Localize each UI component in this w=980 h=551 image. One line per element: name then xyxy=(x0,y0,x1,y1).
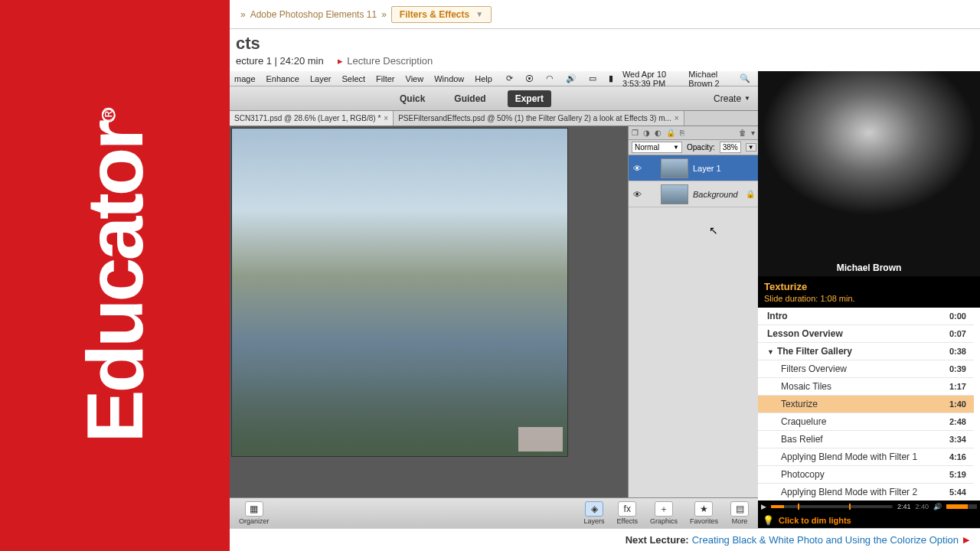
next-lecture-link[interactable]: Creating Black & White Photo and Using t… xyxy=(692,534,959,546)
layer-thumbnail xyxy=(661,158,688,178)
mode-guided[interactable]: Guided xyxy=(446,90,493,107)
menu-layer[interactable]: Layer xyxy=(310,74,332,83)
visibility-icon[interactable]: 👁 xyxy=(632,190,642,199)
panel-menu-icon[interactable]: ▾ xyxy=(751,129,755,137)
lecture-description-link[interactable]: ▸ Lecture Description xyxy=(338,55,433,67)
mac-status-icons: ⟳ ⦿ ◠ 🔊 ▭ ▮ Wed Apr 10 3:53:39 PM Michae… xyxy=(503,70,753,88)
chapter-row[interactable]: Photocopy5:19 xyxy=(758,466,974,484)
current-topic: Texturize xyxy=(758,276,980,294)
favorites-icon: ★ xyxy=(694,501,713,517)
chapter-row[interactable]: Applying Blend Mode with Filter 25:44 xyxy=(758,484,974,500)
collapse-icon[interactable]: ▼ xyxy=(767,348,774,356)
volume-icon: 🔊 xyxy=(566,73,577,83)
chapter-time: 1:17 xyxy=(949,382,966,391)
menu-select[interactable]: Select xyxy=(342,74,366,83)
layer-name: Background xyxy=(693,190,741,199)
chapter-time: 0:00 xyxy=(949,311,966,321)
document-tab[interactable]: SCN3171.psd @ 28.6% (Layer 1, RGB/8) * × xyxy=(230,111,394,126)
canvas-area[interactable] xyxy=(230,126,628,497)
sync-icon: ⟳ xyxy=(506,73,513,83)
menu-view[interactable]: View xyxy=(406,74,424,83)
mask-icon[interactable]: ◑ xyxy=(643,129,650,137)
close-icon[interactable]: × xyxy=(675,114,679,122)
blend-mode-dropdown[interactable]: Normal▼ xyxy=(632,142,682,153)
effects-icon: fx xyxy=(618,501,636,517)
organizer-icon: ▦ xyxy=(245,501,263,517)
next-arrow-icon[interactable]: ▶ xyxy=(963,535,969,545)
chapter-label: Lesson Overview xyxy=(767,328,843,339)
volume-bar[interactable] xyxy=(946,504,977,509)
layer-name[interactable]: Layer 1 xyxy=(693,164,755,173)
layer-list: 👁 Layer 1 👁 Background 🔒 xyxy=(629,155,758,497)
brand-logo: Educator® xyxy=(70,109,161,443)
opacity-stepper[interactable]: ▼ xyxy=(746,143,756,152)
dim-lights-row[interactable]: 💡 Click to dim lights xyxy=(758,513,980,528)
chapter-label: Intro xyxy=(767,311,788,321)
chapter-row[interactable]: Intro0:00 xyxy=(758,308,974,325)
wifi-icon: ⦿ xyxy=(525,74,534,83)
chapter-row[interactable]: Texturize1:40 xyxy=(758,396,974,413)
new-layer-icon[interactable]: ❐ xyxy=(632,129,639,137)
layer-row[interactable]: 👁 Layer 1 xyxy=(629,155,758,181)
chapter-label: Applying Blend Mode with Filter 1 xyxy=(781,452,917,462)
trash-icon[interactable]: 🗑 xyxy=(739,129,746,137)
video-player[interactable]: Michael Brown xyxy=(758,71,980,276)
link-icon[interactable]: ⎘ xyxy=(680,129,684,137)
menu-help[interactable]: Help xyxy=(475,74,492,83)
chapter-time: 3:34 xyxy=(949,435,966,444)
adjust-icon[interactable]: ◐ xyxy=(655,129,662,137)
menu-enhance[interactable]: Enhance xyxy=(266,74,299,83)
chapter-label: Bas Relief xyxy=(781,434,823,445)
close-icon[interactable]: × xyxy=(384,114,388,122)
chapter-row[interactable]: Applying Blend Mode with Filter 14:16 xyxy=(758,448,974,466)
chevron-down-icon: ▼ xyxy=(475,10,483,18)
chapter-time: 5:19 xyxy=(949,470,966,479)
favorites-button[interactable]: ★ Favorites xyxy=(684,501,724,525)
menu-filter[interactable]: Filter xyxy=(376,74,394,83)
time-alt: 2:40 xyxy=(915,503,929,510)
mac-menubar: mage Enhance Layer Select Filter View Wi… xyxy=(230,71,758,86)
layer-thumbnail xyxy=(661,184,688,204)
menu-image[interactable]: mage xyxy=(234,74,256,83)
document-tab[interactable]: PSEFiltersandEffects.psd @ 50% (1) the F… xyxy=(394,111,684,126)
play-icon[interactable]: ▶ xyxy=(761,503,766,510)
chapter-row[interactable]: Mosaic Tiles1:17 xyxy=(758,378,974,396)
layers-button[interactable]: ◈ Layers xyxy=(578,501,611,525)
search-icon[interactable]: 🔍 xyxy=(740,73,750,83)
breadcrumb-dropdown[interactable]: Filters & Effects ▼ xyxy=(391,6,492,23)
lock-icon[interactable]: 🔒 xyxy=(666,129,675,137)
pse-mode-bar: Quick Guided Expert Create▼ xyxy=(230,86,758,111)
signal-icon: ◠ xyxy=(546,73,554,83)
mode-expert[interactable]: Expert xyxy=(508,90,551,107)
lock-icon: 🔒 xyxy=(746,190,755,198)
chapter-time: 0:07 xyxy=(949,329,966,338)
breadcrumb-separator: » xyxy=(381,9,387,20)
effects-button[interactable]: fx Effects xyxy=(611,501,644,525)
layer-row[interactable]: 👁 Background 🔒 xyxy=(629,181,758,207)
chapter-row[interactable]: ▼The Filter Gallery0:38 xyxy=(758,343,974,360)
chapter-row[interactable]: Bas Relief3:34 xyxy=(758,431,974,448)
graphics-button[interactable]: ＋ Graphics xyxy=(644,501,684,525)
breadcrumb: » Adobe Photoshop Elements 11 » Filters … xyxy=(230,0,980,29)
mode-quick[interactable]: Quick xyxy=(392,90,433,107)
breadcrumb-dropdown-label: Filters & Effects xyxy=(400,9,469,20)
more-button[interactable]: ▤ More xyxy=(724,501,755,525)
organizer-button[interactable]: ▦ Organizer xyxy=(233,501,276,525)
create-dropdown[interactable]: Create▼ xyxy=(714,93,750,104)
chapter-row[interactable]: Lesson Overview0:07 xyxy=(758,325,974,343)
chapter-label: The Filter Gallery xyxy=(777,346,852,357)
display-icon: ▭ xyxy=(589,73,596,83)
chapter-label: Craquelure xyxy=(781,416,826,427)
menu-window[interactable]: Window xyxy=(434,74,464,83)
chapter-label: Filters Overview xyxy=(781,364,847,374)
visibility-icon[interactable]: 👁 xyxy=(632,164,642,173)
speaker-icon[interactable]: 🔊 xyxy=(933,503,942,510)
chapter-time: 4:16 xyxy=(949,452,966,461)
scrub-bar[interactable] xyxy=(771,505,893,508)
chapter-label: Texturize xyxy=(781,399,818,409)
chapter-row[interactable]: Craquelure2:48 xyxy=(758,413,974,431)
chapter-row[interactable]: Filters Overview0:39 xyxy=(758,360,974,378)
opacity-value[interactable]: 38% xyxy=(720,142,741,153)
chapter-time: 1:40 xyxy=(949,399,966,409)
breadcrumb-course[interactable]: Adobe Photoshop Elements 11 xyxy=(250,9,377,20)
